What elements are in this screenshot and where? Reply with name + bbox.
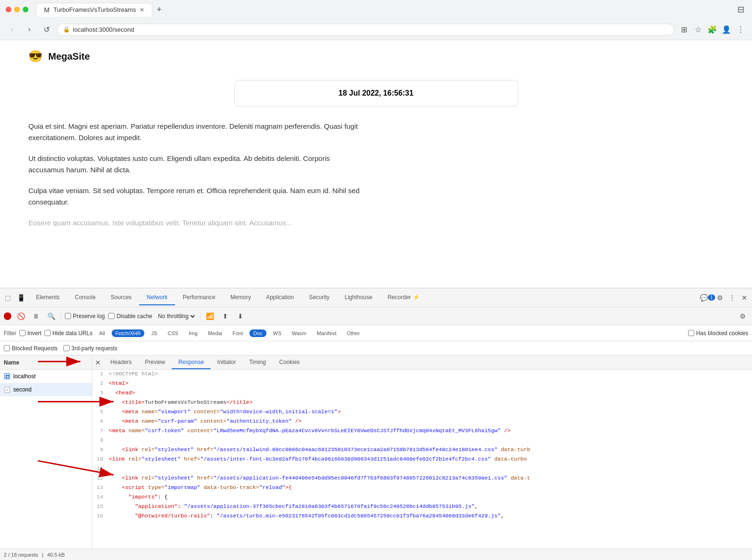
tab-sources[interactable]: Sources (103, 290, 139, 305)
tab-bar: M TurboFramesVsTurboStreams ✕ + (32, 3, 169, 17)
throttle-select[interactable]: No throttling (156, 312, 196, 320)
maximize-button[interactable] (23, 7, 28, 12)
code-line: 9 <link rel="stylesheet" href="/assets/t… (92, 445, 752, 455)
cast-icon[interactable]: ⊞ (678, 24, 690, 35)
code-line: 4 <title>TurboFramesVsTurboStreams</titl… (92, 398, 752, 408)
blocked-requests-checkbox[interactable]: Blocked Requests (4, 345, 58, 352)
filter-chip-css[interactable]: CSS (164, 329, 182, 337)
response-tab-cookies[interactable]: Cookies (273, 356, 306, 369)
device-icon[interactable]: 📱 (15, 292, 27, 303)
hide-data-urls-checkbox[interactable]: Hide data URLs (44, 330, 93, 337)
site-emoji: 😎 (28, 50, 43, 63)
close-devtools-icon[interactable]: ✕ (739, 292, 750, 303)
tab-recorder[interactable]: Recorder ⚡ (380, 290, 427, 305)
toolbar-separator (61, 312, 61, 320)
toolbar-separator-2 (200, 312, 201, 320)
request-item-second[interactable]: ≡ second (0, 383, 92, 396)
code-line: 7 <meta name="csrf-token" content="LRwd5… (92, 427, 752, 436)
filter-icon[interactable]: ⏸ (30, 311, 42, 322)
close-response-button[interactable]: ✕ (92, 357, 104, 368)
browser-tab[interactable]: M TurboFramesVsTurboStreams ✕ (36, 3, 152, 17)
tab-lighthouse[interactable]: Lighthouse (337, 290, 380, 305)
minimize-window-icon[interactable]: ⊟ (735, 2, 746, 17)
tab-title: TurboFramesVsTurboStreams (53, 6, 136, 13)
tab-console[interactable]: Console (67, 290, 103, 305)
disable-cache-checkbox[interactable]: Disable cache (108, 313, 152, 320)
response-tab-preview[interactable]: Preview (138, 356, 172, 369)
filter-chip-js[interactable]: JS (147, 329, 161, 337)
tab-security[interactable]: Security (301, 290, 337, 305)
doc-icon: ≡ (5, 387, 10, 393)
wifi-icon[interactable]: 📶 (204, 311, 216, 322)
close-button[interactable] (6, 7, 11, 12)
third-party-checkbox[interactable]: 3rd-party requests (63, 345, 117, 352)
page-icon (4, 373, 10, 379)
paragraph-4: Eosere quam accusamus. Iste voluptatibus… (28, 217, 360, 227)
status-separator: | (42, 552, 44, 558)
invert-checkbox[interactable]: Invert (19, 330, 42, 337)
filter-chip-fetchxhr[interactable]: Fetch/XHR (112, 329, 145, 337)
page-header: 😎 MegaSite (0, 50, 752, 71)
data-size: 40.5 kB (47, 552, 65, 558)
code-line: 11 (92, 464, 752, 474)
bookmark-icon[interactable]: ☆ (692, 24, 704, 35)
extension-icon[interactable]: 🧩 (707, 24, 718, 35)
filter-chip-media[interactable]: Media (204, 329, 226, 337)
record-button[interactable] (4, 312, 11, 320)
filter-chip-doc[interactable]: Doc (249, 329, 266, 337)
code-line: 13 <script type="importmap" data-turbo-t… (92, 483, 752, 493)
download-icon[interactable]: ⬇ (235, 311, 246, 322)
paragraph-1: Quia et sint. Magni est aperiam. Pariatu… (28, 121, 360, 143)
tab-performance[interactable]: Performance (175, 290, 223, 305)
chat-icon[interactable]: 💬 1 (702, 292, 713, 303)
settings-icon[interactable]: ⚙ (714, 292, 725, 303)
code-line: 14 "imports": { (92, 493, 752, 502)
code-line: 3 <head> (92, 389, 752, 398)
filter-chip-img[interactable]: Img (185, 329, 201, 337)
reload-button[interactable]: ↺ (40, 23, 53, 36)
response-tab-headers[interactable]: Headers (104, 356, 138, 369)
tab-memory[interactable]: Memory (223, 290, 258, 305)
tab-close-button[interactable]: ✕ (140, 7, 144, 13)
profile-icon[interactable]: 👤 (721, 24, 732, 35)
date-box: 18 Jul 2022, 16:56:31 (234, 80, 518, 107)
request-icon-second: ≡ (4, 386, 10, 393)
clear-icon[interactable]: 🚫 (15, 311, 27, 322)
filter-chip-all[interactable]: All (95, 329, 108, 337)
tab-application[interactable]: Application (258, 290, 301, 305)
filter-chip-manifest[interactable]: Manifest (313, 329, 340, 337)
code-line: 8 (92, 436, 752, 445)
code-viewer[interactable]: 1 <!DOCTYPE html> 2 <html> 3 <head> 4 <t… (92, 370, 752, 549)
minimize-button[interactable] (14, 7, 20, 12)
search-icon[interactable]: 🔍 (45, 311, 57, 322)
has-blocked-cookies-checkbox[interactable]: Has blocked cookies (688, 330, 748, 337)
request-item-localhost[interactable]: localhost (0, 370, 92, 383)
menu-icon[interactable]: ⋮ (735, 24, 746, 35)
requests-count: 2 / 18 requests (4, 552, 38, 558)
forward-button[interactable]: › (23, 23, 36, 36)
address-bar[interactable]: 🔒 localhost:3000/second (57, 24, 674, 36)
filter-chip-other[interactable]: Other (343, 329, 364, 337)
back-button[interactable]: ‹ (6, 23, 19, 36)
response-tab-initiator[interactable]: Initiator (211, 356, 242, 369)
tab-elements[interactable]: Elements (28, 290, 67, 305)
filter-label: Filter (4, 330, 17, 337)
filter-chip-wasm[interactable]: Wasm (288, 329, 310, 337)
page-area: 😎 MegaSite 18 Jul 2022, 16:56:31 Quia et… (0, 40, 752, 288)
filter-chip-ws[interactable]: WS (269, 329, 285, 337)
nav-bar: ‹ › ↺ 🔒 localhost:3000/second ⊞ ☆ 🧩 👤 ⋮ (0, 19, 752, 40)
nav-icons: ⊞ ☆ 🧩 👤 ⋮ (678, 24, 746, 35)
upload-icon[interactable]: ⬆ (220, 311, 231, 322)
response-tab-response[interactable]: Response (172, 356, 211, 369)
network-settings-icon[interactable]: ⚙ (737, 311, 748, 322)
tab-network[interactable]: Network (139, 290, 175, 305)
filter-chip-font[interactable]: Font (229, 329, 247, 337)
new-tab-button[interactable]: + (152, 3, 166, 17)
code-line: 10 <link rel="stylesheet" href="/assets/… (92, 455, 752, 464)
inspect-icon[interactable]: ⬚ (2, 292, 13, 303)
preserve-log-checkbox[interactable]: Preserve log (65, 313, 105, 320)
code-line: 6 <meta name="csrf-param" content="authe… (92, 417, 752, 427)
more-options-icon[interactable]: ⋮ (726, 292, 738, 303)
devtools-right-icons: 💬 1 ⚙ ⋮ ✕ (702, 292, 750, 303)
response-tab-timing[interactable]: Timing (242, 356, 273, 369)
